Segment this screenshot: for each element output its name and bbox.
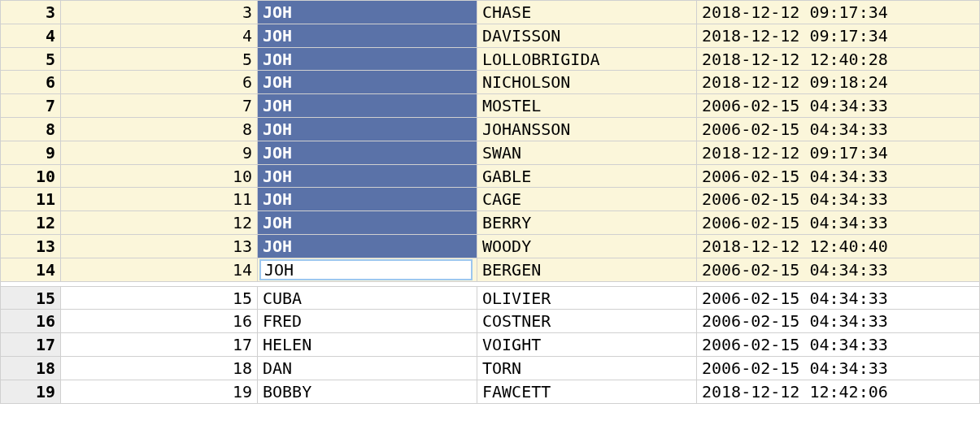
table-row[interactable]: 1515CUBAOLIVIER2006-02-15 04:34:33 (1, 287, 980, 310)
data-grid[interactable]: 33JOHCHASE2018-12-12 09:17:3444JOHDAVISS… (0, 0, 980, 404)
last-name-cell[interactable]: WOODY (477, 235, 697, 258)
table-row[interactable]: 1717HELENVOIGHT2006-02-15 04:34:33 (1, 333, 980, 357)
first-name-cell[interactable]: JOH (258, 71, 477, 94)
row-number-cell[interactable]: 8 (1, 118, 61, 141)
first-name-editor[interactable] (259, 259, 473, 280)
last-name-cell[interactable]: OLIVIER (477, 287, 697, 310)
table-row[interactable]: 1414BERGEN2006-02-15 04:34:33 (1, 258, 980, 282)
first-name-cell[interactable]: CUBA (258, 287, 477, 310)
last-name-cell[interactable]: NICHOLSON (477, 71, 697, 94)
last-name-cell[interactable]: LOLLOBRIGIDA (477, 48, 697, 72)
id-cell[interactable]: 15 (61, 287, 258, 310)
row-number-cell[interactable]: 19 (1, 380, 61, 404)
row-number-cell[interactable]: 14 (1, 258, 61, 282)
last-name-cell[interactable]: CAGE (477, 188, 697, 211)
table-row[interactable]: 99JOHSWAN2018-12-12 09:17:34 (1, 141, 980, 165)
table-row[interactable]: 55JOHLOLLOBRIGIDA2018-12-12 12:40:28 (1, 48, 980, 72)
first-name-cell[interactable]: JOH (258, 141, 477, 165)
row-number-cell[interactable]: 4 (1, 24, 61, 48)
timestamp-cell[interactable]: 2018-12-12 12:42:06 (697, 380, 980, 404)
row-number-cell[interactable]: 11 (1, 188, 61, 211)
timestamp-cell[interactable]: 2006-02-15 04:34:33 (697, 310, 980, 333)
table-row[interactable]: 1818DANTORN2006-02-15 04:34:33 (1, 357, 980, 380)
last-name-cell[interactable]: TORN (477, 357, 697, 380)
last-name-cell[interactable]: SWAN (477, 141, 697, 165)
timestamp-cell[interactable]: 2018-12-12 09:17:34 (697, 1, 980, 24)
table-row[interactable]: 1212JOHBERRY2006-02-15 04:34:33 (1, 211, 980, 235)
timestamp-cell[interactable]: 2018-12-12 09:17:34 (697, 24, 980, 48)
timestamp-cell[interactable]: 2018-12-12 09:18:24 (697, 71, 980, 94)
first-name-cell[interactable]: JOH (258, 211, 477, 235)
timestamp-cell[interactable]: 2006-02-15 04:34:33 (697, 165, 980, 189)
id-cell[interactable]: 9 (61, 141, 258, 165)
id-cell[interactable]: 11 (61, 188, 258, 211)
table-row[interactable]: 1010JOHGABLE2006-02-15 04:34:33 (1, 165, 980, 189)
first-name-cell[interactable]: HELEN (258, 333, 477, 357)
table-row[interactable]: 1919BOBBYFAWCETT2018-12-12 12:42:06 (1, 380, 980, 404)
id-cell[interactable]: 14 (61, 258, 258, 282)
last-name-cell[interactable]: DAVISSON (477, 24, 697, 48)
id-cell[interactable]: 17 (61, 333, 258, 357)
id-cell[interactable]: 8 (61, 118, 258, 141)
timestamp-cell[interactable]: 2018-12-12 12:40:40 (697, 235, 980, 258)
id-cell[interactable]: 6 (61, 71, 258, 94)
last-name-cell[interactable]: BERRY (477, 211, 697, 235)
id-cell[interactable]: 3 (61, 1, 258, 24)
row-number-cell[interactable]: 5 (1, 48, 61, 72)
timestamp-cell[interactable]: 2006-02-15 04:34:33 (697, 357, 980, 380)
first-name-cell[interactable]: JOH (258, 118, 477, 141)
row-number-cell[interactable]: 7 (1, 94, 61, 118)
first-name-cell[interactable]: JOH (258, 165, 477, 189)
first-name-cell[interactable]: FRED (258, 310, 477, 333)
timestamp-cell[interactable]: 2018-12-12 09:17:34 (697, 141, 980, 165)
timestamp-cell[interactable]: 2006-02-15 04:34:33 (697, 211, 980, 235)
first-name-cell[interactable]: JOH (258, 235, 477, 258)
row-number-cell[interactable]: 13 (1, 235, 61, 258)
id-cell[interactable]: 13 (61, 235, 258, 258)
last-name-cell[interactable]: CHASE (477, 1, 697, 24)
first-name-cell[interactable]: JOH (258, 1, 477, 24)
timestamp-cell[interactable]: 2006-02-15 04:34:33 (697, 258, 980, 282)
first-name-cell[interactable]: JOH (258, 48, 477, 72)
id-cell[interactable]: 12 (61, 211, 258, 235)
row-number-cell[interactable]: 18 (1, 357, 61, 380)
table-row[interactable]: 1111JOHCAGE2006-02-15 04:34:33 (1, 188, 980, 211)
last-name-cell[interactable]: GABLE (477, 165, 697, 189)
first-name-cell[interactable] (258, 258, 477, 282)
first-name-cell[interactable]: DAN (258, 357, 477, 380)
timestamp-cell[interactable]: 2006-02-15 04:34:33 (697, 188, 980, 211)
row-number-cell[interactable]: 3 (1, 1, 61, 24)
last-name-cell[interactable]: JOHANSSON (477, 118, 697, 141)
id-cell[interactable]: 5 (61, 48, 258, 72)
row-number-cell[interactable]: 10 (1, 165, 61, 189)
first-name-cell[interactable]: BOBBY (258, 380, 477, 404)
row-number-cell[interactable]: 9 (1, 141, 61, 165)
row-number-cell[interactable]: 15 (1, 287, 61, 310)
table-row[interactable]: 44JOHDAVISSON2018-12-12 09:17:34 (1, 24, 980, 48)
id-cell[interactable]: 10 (61, 165, 258, 189)
table-row[interactable]: 1313JOHWOODY2018-12-12 12:40:40 (1, 235, 980, 258)
id-cell[interactable]: 7 (61, 94, 258, 118)
timestamp-cell[interactable]: 2018-12-12 12:40:28 (697, 48, 980, 72)
table-row[interactable]: 88JOHJOHANSSON2006-02-15 04:34:33 (1, 118, 980, 141)
first-name-cell[interactable]: JOH (258, 94, 477, 118)
last-name-cell[interactable]: MOSTEL (477, 94, 697, 118)
timestamp-cell[interactable]: 2006-02-15 04:34:33 (697, 94, 980, 118)
timestamp-cell[interactable]: 2006-02-15 04:34:33 (697, 287, 980, 310)
id-cell[interactable]: 19 (61, 380, 258, 404)
table-row[interactable]: 77JOHMOSTEL2006-02-15 04:34:33 (1, 94, 980, 118)
row-number-cell[interactable]: 12 (1, 211, 61, 235)
timestamp-cell[interactable]: 2006-02-15 04:34:33 (697, 118, 980, 141)
timestamp-cell[interactable]: 2006-02-15 04:34:33 (697, 333, 980, 357)
id-cell[interactable]: 18 (61, 357, 258, 380)
first-name-cell[interactable]: JOH (258, 188, 477, 211)
row-number-cell[interactable]: 6 (1, 71, 61, 94)
table-row[interactable]: 1616FREDCOSTNER2006-02-15 04:34:33 (1, 310, 980, 333)
last-name-cell[interactable]: VOIGHT (477, 333, 697, 357)
last-name-cell[interactable]: COSTNER (477, 310, 697, 333)
last-name-cell[interactable]: FAWCETT (477, 380, 697, 404)
last-name-cell[interactable]: BERGEN (477, 258, 697, 282)
table-row[interactable]: 66JOHNICHOLSON2018-12-12 09:18:24 (1, 71, 980, 94)
row-number-cell[interactable]: 16 (1, 310, 61, 333)
id-cell[interactable]: 16 (61, 310, 258, 333)
